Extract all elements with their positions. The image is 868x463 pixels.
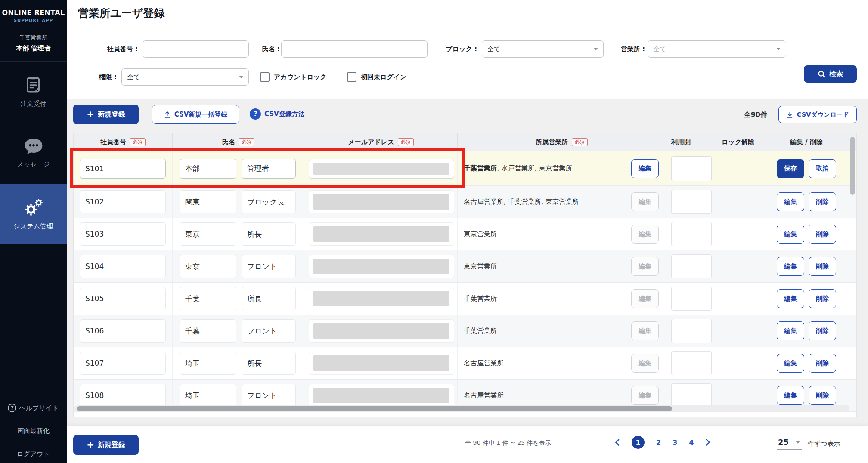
account-lock-label[interactable]: アカウントロック xyxy=(274,72,327,82)
app-root: ONLINE RENTAL SUPPORT APP 千葉営業所 本部 管理者 注… xyxy=(0,0,868,463)
cancel-button[interactable]: 取消 xyxy=(809,159,836,178)
search-button[interactable]: 検索 xyxy=(804,65,857,83)
horizontal-scrollbar[interactable] xyxy=(77,406,672,411)
start-date-input[interactable] xyxy=(671,383,712,407)
result-summary: 全 90 件中 1 件 ~ 25 件を表示 xyxy=(437,439,579,447)
current-user: 千葉営業所 本部 管理者 xyxy=(0,34,67,52)
table-row: S106 千葉 フロント 千葉営業所 編集 編集 削除 xyxy=(74,315,856,347)
first-login-checkbox[interactable] xyxy=(347,72,356,82)
vertical-scrollbar[interactable] xyxy=(850,137,855,195)
csv-download-button[interactable]: CSVダウンロード xyxy=(778,106,857,123)
edit-row-button[interactable]: 編集 xyxy=(777,192,804,211)
first-name-value: フロント xyxy=(242,255,296,278)
delete-row-button[interactable]: 削除 xyxy=(809,225,836,244)
redacted-email xyxy=(313,355,450,371)
page-button-3[interactable]: 3 xyxy=(673,438,677,447)
new-registration-button-bottom[interactable]: + 新規登録 xyxy=(73,435,139,455)
permission-label: 権限 : xyxy=(75,68,117,86)
csv-help-link[interactable]: ? CSV登録方法 xyxy=(250,108,305,120)
header-name: 氏名 必須 xyxy=(173,133,304,151)
edit-office-button-disabled: 編集 xyxy=(631,225,659,244)
start-date-input[interactable] xyxy=(671,319,712,343)
email-value xyxy=(309,319,454,343)
question-circle-icon: ? xyxy=(250,108,261,120)
edit-row-button[interactable]: 編集 xyxy=(777,225,804,244)
header-label: ロック解除 xyxy=(722,138,754,146)
start-date-input[interactable] xyxy=(671,222,712,246)
first-name-input[interactable] xyxy=(242,159,296,179)
sidebar-logout-link[interactable]: ログアウト xyxy=(0,450,67,458)
block-label: ブロック : xyxy=(437,40,477,58)
block-select[interactable]: 全て xyxy=(482,40,604,58)
office-primary: 千葉営業所 xyxy=(464,164,497,172)
delete-row-button[interactable]: 削除 xyxy=(809,386,836,405)
redacted-email xyxy=(313,163,450,175)
edit-row-button[interactable]: 編集 xyxy=(777,354,804,373)
last-name-value: 東京 xyxy=(180,255,236,278)
employee-id-input[interactable] xyxy=(80,159,166,179)
offices-value: 東京営業所 xyxy=(464,230,497,239)
page-button-4[interactable]: 4 xyxy=(689,438,694,447)
first-login-label[interactable]: 初回未ログイン xyxy=(361,72,406,82)
delete-row-button[interactable]: 削除 xyxy=(809,257,836,276)
edit-row-button[interactable]: 編集 xyxy=(777,257,804,276)
sidebar-help-link[interactable]: ? ヘルプサイト xyxy=(0,404,67,412)
sidebar-item-messages[interactable]: メッセージ xyxy=(0,122,67,184)
account-lock-checkbox[interactable] xyxy=(260,72,270,82)
offices-value: 名古屋営業所 xyxy=(464,359,504,368)
next-page-chevron-icon[interactable] xyxy=(705,438,711,446)
plus-icon: + xyxy=(87,110,94,119)
office-select[interactable]: 全て xyxy=(648,40,786,58)
delete-row-button[interactable]: 削除 xyxy=(809,321,836,340)
email-input[interactable] xyxy=(309,159,454,179)
sidebar-refresh-link[interactable]: 画面最新化 xyxy=(0,427,67,435)
new-registration-button[interactable]: + 新規登録 xyxy=(73,105,139,124)
first-name-value: ブロック長 xyxy=(242,190,296,213)
required-badge: 必須 xyxy=(239,138,254,146)
table-row: S103 東京 所長 東京営業所 編集 編集 削除 xyxy=(74,218,856,250)
edit-row-button[interactable]: 編集 xyxy=(777,321,804,340)
start-date-input[interactable] xyxy=(671,190,712,214)
start-date-input[interactable] xyxy=(671,156,712,181)
employee-no-input[interactable] xyxy=(143,40,249,58)
delete-row-button[interactable]: 削除 xyxy=(809,354,836,373)
per-page-control: 25 件ずつ表示 xyxy=(777,438,840,450)
edit-office-button[interactable]: 編集 xyxy=(631,159,659,178)
last-name-input[interactable] xyxy=(180,159,236,179)
name-input[interactable] xyxy=(281,40,428,58)
table-row: S105 千葉 所長 千葉営業所 編集 編集 削除 xyxy=(74,283,856,315)
delete-row-button[interactable]: 削除 xyxy=(809,192,836,211)
sidebar-item-label: メッセージ xyxy=(17,161,50,169)
page-title: 営業所ユーザ登録 xyxy=(78,6,164,20)
per-page-value: 25 xyxy=(778,438,789,447)
edit-row-button[interactable]: 編集 xyxy=(777,289,804,308)
edit-row-button[interactable]: 編集 xyxy=(777,386,804,405)
csv-bulk-upload-button[interactable]: CSV新規一括登録 xyxy=(152,105,239,124)
delete-row-button[interactable]: 削除 xyxy=(809,289,836,308)
sidebar-item-system-admin[interactable]: システム管理 xyxy=(0,184,67,244)
help-label: ヘルプサイト xyxy=(19,404,59,412)
start-date-input[interactable] xyxy=(671,254,712,278)
start-date-input[interactable] xyxy=(671,351,712,375)
new-registration-label: 新規登録 xyxy=(98,110,125,119)
permission-select[interactable]: 全て xyxy=(121,68,249,86)
page-button-2[interactable]: 2 xyxy=(656,438,661,447)
start-date-input[interactable] xyxy=(671,287,712,311)
pagination: 1 2 3 4 xyxy=(614,436,711,449)
order-clipboard-icon xyxy=(24,75,43,95)
offices-value: 千葉営業所 xyxy=(464,294,497,303)
sidebar-item-label: 注文受付 xyxy=(21,100,46,108)
save-button[interactable]: 保存 xyxy=(777,159,804,178)
employee-id-value: S102 xyxy=(80,190,166,213)
per-page-select[interactable]: 25 xyxy=(777,438,802,450)
sidebar-item-orders[interactable]: 注文受付 xyxy=(0,61,67,122)
unlock-cell xyxy=(713,250,763,282)
redacted-email xyxy=(313,323,450,339)
first-name-value: 所長 xyxy=(242,222,296,246)
page-button-1[interactable]: 1 xyxy=(632,436,645,449)
prev-page-chevron-icon[interactable] xyxy=(614,438,620,446)
redacted-email xyxy=(313,194,450,210)
edit-office-button-disabled: 編集 xyxy=(631,354,659,373)
download-icon xyxy=(786,111,794,118)
email-value xyxy=(309,287,454,310)
